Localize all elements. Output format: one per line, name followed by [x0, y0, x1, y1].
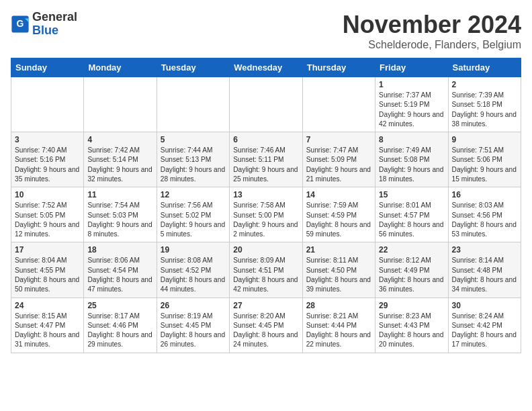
day-info: Sunrise: 8:15 AMSunset: 4:47 PMDaylight:…	[15, 312, 80, 350]
day-number: 22	[379, 245, 444, 255]
day-number: 20	[233, 245, 298, 255]
day-cell	[11, 77, 84, 132]
day-number: 10	[15, 190, 80, 199]
day-number: 15	[379, 190, 444, 199]
day-info: Sunrise: 7:56 AMSunset: 5:02 PMDaylight:…	[161, 201, 226, 239]
logo: G General Blue	[11, 11, 77, 38]
day-cell	[157, 77, 229, 132]
day-info: Sunrise: 8:20 AMSunset: 4:45 PMDaylight:…	[233, 312, 298, 350]
day-number: 4	[87, 135, 152, 144]
day-info: Sunrise: 7:39 AMSunset: 5:18 PMDaylight:…	[452, 91, 517, 129]
day-cell: 13Sunrise: 7:58 AMSunset: 5:00 PMDayligh…	[230, 187, 302, 242]
day-number: 6	[233, 135, 298, 144]
day-info: Sunrise: 7:40 AMSunset: 5:16 PMDaylight:…	[15, 146, 80, 184]
day-info: Sunrise: 8:04 AMSunset: 4:55 PMDaylight:…	[15, 256, 80, 294]
day-number: 28	[306, 301, 371, 310]
day-cell: 8Sunrise: 7:49 AMSunset: 5:08 PMDaylight…	[375, 132, 448, 187]
day-cell: 10Sunrise: 7:52 AMSunset: 5:05 PMDayligh…	[11, 187, 84, 242]
day-info: Sunrise: 7:37 AMSunset: 5:19 PMDaylight:…	[379, 91, 444, 129]
day-info: Sunrise: 8:21 AMSunset: 4:44 PMDaylight:…	[306, 312, 371, 350]
day-info: Sunrise: 8:01 AMSunset: 4:57 PMDaylight:…	[379, 201, 444, 239]
day-number: 16	[452, 190, 517, 199]
day-number: 21	[306, 245, 371, 255]
title-area: November 2024 Schelderode, Flanders, Bel…	[343, 11, 521, 51]
day-cell	[230, 77, 302, 132]
day-cell: 28Sunrise: 8:21 AMSunset: 4:44 PMDayligh…	[302, 298, 375, 353]
day-cell: 18Sunrise: 8:06 AMSunset: 4:54 PMDayligh…	[84, 242, 157, 298]
week-row-5: 24Sunrise: 8:15 AMSunset: 4:47 PMDayligh…	[11, 298, 521, 353]
day-info: Sunrise: 8:23 AMSunset: 4:43 PMDaylight:…	[379, 312, 444, 350]
day-number: 23	[452, 245, 517, 255]
day-info: Sunrise: 8:08 AMSunset: 4:52 PMDaylight:…	[161, 256, 226, 294]
day-cell: 6Sunrise: 7:46 AMSunset: 5:11 PMDaylight…	[230, 132, 302, 187]
weekday-header-friday: Friday	[375, 58, 448, 77]
day-info: Sunrise: 7:58 AMSunset: 5:00 PMDaylight:…	[233, 201, 298, 239]
weekday-header-wednesday: Wednesday	[230, 58, 302, 77]
day-cell: 30Sunrise: 8:24 AMSunset: 4:42 PMDayligh…	[448, 298, 521, 353]
weekday-header-row: SundayMondayTuesdayWednesdayThursdayFrid…	[11, 58, 521, 77]
day-number: 25	[87, 301, 152, 310]
day-cell: 14Sunrise: 7:59 AMSunset: 4:59 PMDayligh…	[302, 187, 375, 242]
day-info: Sunrise: 7:52 AMSunset: 5:05 PMDaylight:…	[15, 201, 80, 239]
day-number: 1	[379, 80, 444, 89]
day-cell: 7Sunrise: 7:47 AMSunset: 5:09 PMDaylight…	[302, 132, 375, 187]
day-cell: 27Sunrise: 8:20 AMSunset: 4:45 PMDayligh…	[230, 298, 302, 353]
day-number: 30	[452, 301, 517, 310]
weekday-header-thursday: Thursday	[302, 58, 375, 77]
day-info: Sunrise: 7:46 AMSunset: 5:11 PMDaylight:…	[233, 146, 298, 184]
page-header: G General Blue November 2024 Schelderode…	[11, 11, 521, 51]
day-info: Sunrise: 8:12 AMSunset: 4:49 PMDaylight:…	[379, 256, 444, 294]
day-number: 12	[161, 190, 226, 199]
week-row-4: 17Sunrise: 8:04 AMSunset: 4:55 PMDayligh…	[11, 242, 521, 298]
weekday-header-sunday: Sunday	[11, 58, 84, 77]
day-info: Sunrise: 7:44 AMSunset: 5:13 PMDaylight:…	[161, 146, 226, 184]
day-number: 3	[15, 135, 80, 144]
day-cell: 20Sunrise: 8:09 AMSunset: 4:51 PMDayligh…	[230, 242, 302, 298]
day-number: 7	[306, 135, 371, 144]
day-cell: 29Sunrise: 8:23 AMSunset: 4:43 PMDayligh…	[375, 298, 448, 353]
day-number: 2	[452, 80, 517, 89]
day-cell: 23Sunrise: 8:14 AMSunset: 4:48 PMDayligh…	[448, 242, 521, 298]
day-info: Sunrise: 8:03 AMSunset: 4:56 PMDaylight:…	[452, 201, 517, 239]
day-info: Sunrise: 8:14 AMSunset: 4:48 PMDaylight:…	[452, 256, 517, 294]
week-row-3: 10Sunrise: 7:52 AMSunset: 5:05 PMDayligh…	[11, 187, 521, 242]
day-number: 19	[161, 245, 226, 255]
svg-text:G: G	[17, 18, 24, 29]
day-number: 17	[15, 245, 80, 255]
day-cell: 3Sunrise: 7:40 AMSunset: 5:16 PMDaylight…	[11, 132, 84, 187]
week-row-1: 1Sunrise: 7:37 AMSunset: 5:19 PMDaylight…	[11, 77, 521, 132]
day-number: 26	[161, 301, 226, 310]
day-cell: 16Sunrise: 8:03 AMSunset: 4:56 PMDayligh…	[448, 187, 521, 242]
day-number: 18	[87, 245, 152, 255]
day-info: Sunrise: 7:54 AMSunset: 5:03 PMDaylight:…	[87, 201, 152, 239]
day-number: 29	[379, 301, 444, 310]
day-number: 5	[161, 135, 226, 144]
day-info: Sunrise: 8:09 AMSunset: 4:51 PMDaylight:…	[233, 256, 298, 294]
day-cell: 17Sunrise: 8:04 AMSunset: 4:55 PMDayligh…	[11, 242, 84, 298]
day-number: 24	[15, 301, 80, 310]
day-info: Sunrise: 8:11 AMSunset: 4:50 PMDaylight:…	[306, 256, 371, 294]
day-info: Sunrise: 8:19 AMSunset: 4:45 PMDaylight:…	[161, 312, 226, 350]
day-cell	[84, 77, 157, 132]
day-cell: 2Sunrise: 7:39 AMSunset: 5:18 PMDaylight…	[448, 77, 521, 132]
day-info: Sunrise: 7:51 AMSunset: 5:06 PMDaylight:…	[452, 146, 517, 184]
day-info: Sunrise: 7:49 AMSunset: 5:08 PMDaylight:…	[379, 146, 444, 184]
week-row-2: 3Sunrise: 7:40 AMSunset: 5:16 PMDaylight…	[11, 132, 521, 187]
day-number: 27	[233, 301, 298, 310]
day-cell: 21Sunrise: 8:11 AMSunset: 4:50 PMDayligh…	[302, 242, 375, 298]
day-cell: 22Sunrise: 8:12 AMSunset: 4:49 PMDayligh…	[375, 242, 448, 298]
calendar: SundayMondayTuesdayWednesdayThursdayFrid…	[11, 58, 521, 353]
day-cell: 15Sunrise: 8:01 AMSunset: 4:57 PMDayligh…	[375, 187, 448, 242]
day-cell: 25Sunrise: 8:17 AMSunset: 4:46 PMDayligh…	[84, 298, 157, 353]
day-info: Sunrise: 8:17 AMSunset: 4:46 PMDaylight:…	[87, 312, 152, 350]
day-cell: 24Sunrise: 8:15 AMSunset: 4:47 PMDayligh…	[11, 298, 84, 353]
day-cell	[302, 77, 375, 132]
day-cell: 1Sunrise: 7:37 AMSunset: 5:19 PMDaylight…	[375, 77, 448, 132]
day-cell: 9Sunrise: 7:51 AMSunset: 5:06 PMDaylight…	[448, 132, 521, 187]
day-info: Sunrise: 8:06 AMSunset: 4:54 PMDaylight:…	[87, 256, 152, 294]
day-info: Sunrise: 7:59 AMSunset: 4:59 PMDaylight:…	[306, 201, 371, 239]
day-number: 11	[87, 190, 152, 199]
weekday-header-saturday: Saturday	[448, 58, 521, 77]
day-number: 13	[233, 190, 298, 199]
day-cell: 4Sunrise: 7:42 AMSunset: 5:14 PMDaylight…	[84, 132, 157, 187]
